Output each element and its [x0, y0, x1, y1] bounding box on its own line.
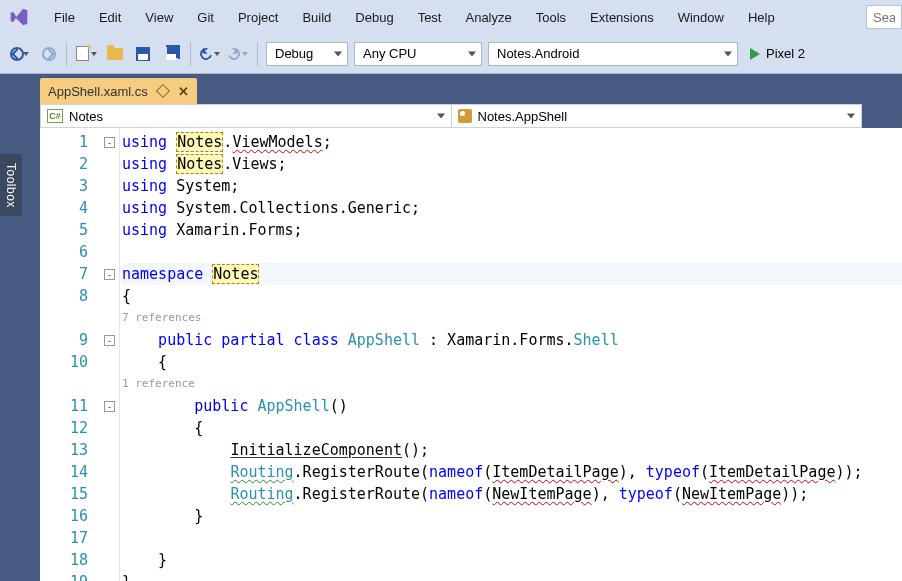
- start-target-label: Pixel 2: [766, 46, 805, 61]
- type-scope-select[interactable]: Notes.AppShell: [452, 105, 862, 127]
- document-shell: Toolbox AppShell.xaml.cs ✕ C# Notes Note…: [0, 74, 902, 581]
- csharp-icon: C#: [47, 109, 63, 123]
- menu-tools[interactable]: Tools: [524, 4, 578, 31]
- fold-toggle[interactable]: -: [104, 335, 115, 346]
- menu-help[interactable]: Help: [736, 4, 787, 31]
- search-input[interactable]: [866, 5, 902, 29]
- toolbar: Debug Any CPU Notes.Android Pixel 2: [0, 34, 902, 74]
- class-icon: [458, 109, 472, 123]
- save-button[interactable]: [130, 41, 156, 67]
- redo-button[interactable]: [225, 41, 251, 67]
- code-editor[interactable]: 123 456 78 910 111213 141516 171819 - - …: [40, 128, 902, 581]
- project-scope-label: Notes: [69, 109, 103, 124]
- close-icon[interactable]: ✕: [178, 84, 189, 99]
- open-file-button[interactable]: [102, 41, 128, 67]
- menu-view[interactable]: View: [133, 4, 185, 31]
- separator: [66, 42, 67, 66]
- new-file-button[interactable]: [73, 41, 100, 67]
- pin-icon[interactable]: [156, 84, 170, 98]
- codelens-refs[interactable]: 1 reference: [122, 373, 902, 395]
- document-tab-row: AppShell.xaml.cs ✕: [0, 74, 902, 104]
- menu-project[interactable]: Project: [226, 4, 290, 31]
- project-scope-select[interactable]: C# Notes: [41, 105, 452, 127]
- menu-extensions[interactable]: Extensions: [578, 4, 666, 31]
- separator: [257, 42, 258, 66]
- save-all-button[interactable]: [158, 41, 184, 67]
- menu-build[interactable]: Build: [290, 4, 343, 31]
- toolbox-panel-tab[interactable]: Toolbox: [0, 154, 22, 216]
- undo-button[interactable]: [197, 41, 223, 67]
- menu-bar: File Edit View Git Project Build Debug T…: [0, 0, 902, 34]
- codelens-refs[interactable]: 7 references: [122, 307, 902, 329]
- code-content[interactable]: using Notes.ViewModels; using Notes.View…: [122, 131, 902, 581]
- separator: [190, 42, 191, 66]
- menu-git[interactable]: Git: [185, 4, 226, 31]
- fold-toggle[interactable]: -: [104, 269, 115, 280]
- start-debug-button[interactable]: Pixel 2: [742, 41, 813, 67]
- configuration-select[interactable]: Debug: [266, 42, 348, 66]
- menu-window[interactable]: Window: [666, 4, 736, 31]
- startup-project-select[interactable]: Notes.Android: [488, 42, 738, 66]
- menu-edit[interactable]: Edit: [87, 4, 133, 31]
- nav-forward-button[interactable]: [34, 41, 60, 67]
- document-tab-active[interactable]: AppShell.xaml.cs ✕: [40, 78, 197, 104]
- menu-analyze[interactable]: Analyze: [453, 4, 523, 31]
- type-scope-label: Notes.AppShell: [478, 109, 568, 124]
- fold-toggle[interactable]: -: [104, 401, 115, 412]
- nav-back-button[interactable]: [6, 41, 32, 67]
- outline-fold-column: - - - -: [100, 128, 120, 581]
- document-tab-title: AppShell.xaml.cs: [48, 84, 148, 99]
- menu-debug[interactable]: Debug: [343, 4, 405, 31]
- play-icon: [750, 48, 760, 60]
- navigation-bar: C# Notes Notes.AppShell: [40, 104, 862, 128]
- fold-toggle[interactable]: -: [104, 137, 115, 148]
- platform-select[interactable]: Any CPU: [354, 42, 482, 66]
- vs-logo-icon: [6, 4, 32, 30]
- menu-file[interactable]: File: [42, 4, 87, 31]
- menu-test[interactable]: Test: [406, 4, 454, 31]
- line-number-gutter: 123 456 78 910 111213 141516 171819: [40, 128, 100, 581]
